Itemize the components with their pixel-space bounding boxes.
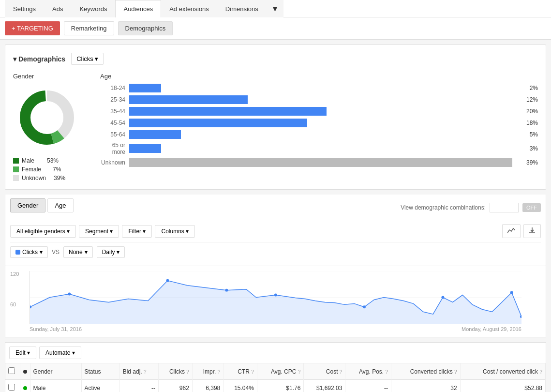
col-converted: Converted clicks ? [391, 363, 461, 380]
tab-audiences[interactable]: Audiences [115, 0, 161, 17]
female-pct: 7% [53, 166, 61, 173]
cpc-help-icon[interactable]: ? [298, 369, 301, 375]
chart-area [30, 271, 521, 324]
toggle-off[interactable]: OFF [522, 203, 541, 212]
period-btn[interactable]: Daily [97, 246, 125, 258]
table-row: Male Active -- 962 6,398 15.04% $1.76 $1… [5, 380, 546, 392]
svg-point-13 [441, 296, 444, 299]
segment-btn[interactable]: Segment [79, 225, 119, 238]
svg-point-8 [68, 293, 71, 296]
age-bar-45-54 [129, 119, 307, 127]
male-label: Male [22, 157, 34, 164]
tab-dimensions[interactable]: Dimensions [217, 0, 267, 17]
chart-y-labels: 120 60 [10, 271, 19, 332]
age-row-25-34: 25-34 12% [100, 95, 538, 104]
costconv-help-icon[interactable]: ? [539, 369, 542, 375]
gender-legend: Male 53% Female 7% Unknown 39% [13, 157, 81, 181]
col-status: Status [81, 363, 119, 380]
age-bar-wrap-25-34 [129, 95, 524, 104]
age-bar-wrap-45-54 [129, 119, 524, 127]
vs-label: VS [52, 249, 60, 256]
table-toolbar: Edit Automate [5, 343, 546, 363]
age-bar-25-34 [129, 95, 248, 104]
tab-settings[interactable]: Settings [5, 0, 44, 17]
age-row-45-54: 45-54 18% [100, 119, 538, 127]
age-range-35-44: 35-44 [100, 108, 129, 115]
male-gender-cell: Male [30, 380, 81, 392]
col-costconv: Cost / converted click ? [460, 363, 545, 380]
metric1-btn[interactable]: Clicks [10, 246, 48, 258]
view-combo: View demographic combinations: OFF [401, 203, 541, 212]
line-chart-icon [507, 227, 515, 234]
tab-age[interactable]: Age [47, 198, 73, 212]
male-cost-cell: $1,692.03 [304, 380, 345, 392]
automate-btn[interactable]: Automate [39, 347, 81, 359]
metric1-dot [15, 250, 20, 255]
download-icon [529, 227, 536, 234]
demographics-section: Demographics Clicks Gender [5, 45, 546, 190]
svg-point-12 [363, 305, 366, 308]
clicks-dropdown[interactable]: Clicks [71, 53, 104, 65]
edit-btn[interactable]: Edit [9, 347, 36, 359]
tab-gender[interactable]: Gender [10, 198, 45, 212]
svg-point-3 [32, 103, 61, 132]
data-table: Gender Status Bid adj. ? Clicks ? Impr. … [5, 363, 546, 392]
age-range-55-64: 55-64 [100, 131, 129, 138]
demo-title: Demographics [13, 55, 65, 63]
combo-input[interactable] [490, 203, 519, 212]
age-row-unknown: Unknown 39% [100, 158, 538, 167]
gender-label: Gender [13, 73, 81, 80]
col-cost: Cost ? [304, 363, 345, 380]
download-icon-btn[interactable] [523, 224, 541, 238]
female-swatch [13, 166, 19, 172]
y-label-60: 60 [10, 302, 19, 307]
age-pct-25-34: 12% [526, 96, 538, 103]
age-bar-wrap-unknown [129, 158, 524, 167]
ctr-help-icon[interactable]: ? [251, 369, 254, 375]
legend-unknown: Unknown 39% [13, 175, 81, 181]
age-row-55-64: 55-64 5% [100, 130, 538, 139]
age-range-unknown: Unknown [100, 159, 129, 166]
y-label-120: 120 [10, 271, 19, 277]
donut-chart [13, 84, 81, 151]
bid-help-icon[interactable]: ? [144, 369, 147, 375]
age-row-18-24: 18-24 2% [100, 84, 538, 92]
demo-charts: Gender Male 53% [13, 73, 538, 181]
impr-help-icon[interactable]: ? [218, 369, 221, 375]
tab-ad-extensions[interactable]: Ad extensions [161, 0, 217, 17]
cost-help-icon[interactable]: ? [340, 369, 343, 375]
remarketing-button[interactable]: Remarketing [64, 21, 114, 35]
age-pct-unknown: 39% [526, 159, 538, 166]
metric2-btn[interactable]: None [63, 246, 93, 258]
age-pct-45-54: 18% [526, 120, 538, 126]
metric1-label: Clicks [22, 249, 38, 256]
legend-male: Male 53% [13, 157, 81, 164]
all-eligible-genders-btn[interactable]: All eligible genders [10, 225, 76, 238]
tab-keywords[interactable]: Keywords [71, 0, 115, 17]
demographics-button[interactable]: Demographics [118, 21, 173, 35]
age-label: Age [100, 73, 538, 80]
avgpos-help-icon[interactable]: ? [386, 369, 388, 375]
tab-more[interactable]: ▾ [267, 0, 283, 17]
male-impr-cell: 6,398 [192, 380, 223, 392]
age-bar-wrap-65plus [129, 144, 528, 153]
controls-section: Gender Age View demographic combinations… [5, 195, 546, 266]
select-all-checkbox[interactable] [8, 367, 15, 374]
col-gender: Gender [30, 363, 81, 380]
svg-point-9 [166, 279, 169, 282]
tab-ads[interactable]: Ads [44, 0, 71, 17]
targeting-button[interactable]: TARGETING [5, 21, 60, 35]
filter-btn[interactable]: Filter [122, 225, 152, 238]
col-clicks: Clicks ? [158, 363, 192, 380]
age-pct-35-44: 20% [526, 108, 538, 115]
age-range-65plus: 65 or more [100, 142, 129, 155]
demo-header: Demographics Clicks [13, 53, 538, 65]
sub-nav: TARGETING Remarketing Demographics [0, 17, 551, 40]
male-avgpos-cell: -- [345, 380, 391, 392]
columns-btn[interactable]: Columns [155, 225, 195, 238]
row-male-checkbox[interactable] [8, 384, 15, 391]
converted-help-icon[interactable]: ? [454, 369, 457, 375]
top-tabs: Settings Ads Keywords Audiences Ad exten… [0, 0, 551, 17]
line-chart-icon-btn[interactable] [502, 224, 521, 238]
clicks-help-icon[interactable]: ? [186, 369, 189, 375]
